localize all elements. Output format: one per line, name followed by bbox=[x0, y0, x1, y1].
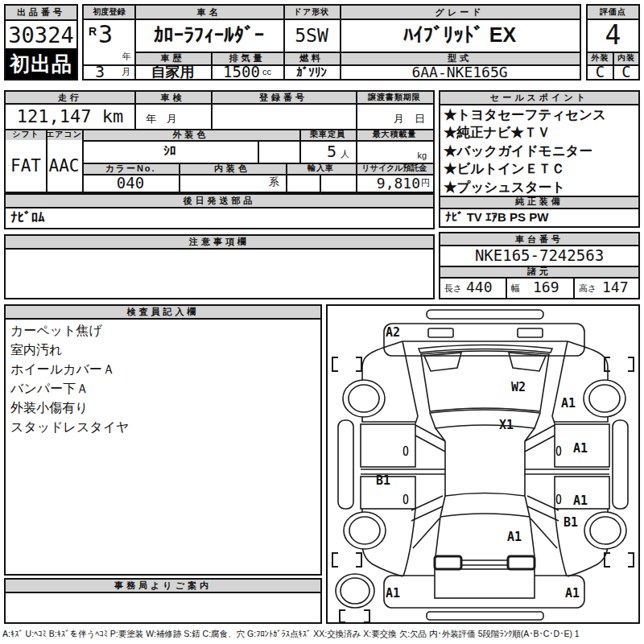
inspection-placeholder: 年 月 bbox=[146, 112, 177, 126]
max-load-cell: kg bbox=[356, 140, 433, 163]
transfer-placeholder: 月 日 bbox=[394, 112, 425, 126]
damage-diagram-box: A2 W2 A1 X1 A1 B1 A1 B1 A1 A1 A1 bbox=[326, 304, 640, 624]
ext-color-label: 外装色 bbox=[82, 129, 299, 140]
spec-length-label: 長さ bbox=[444, 283, 462, 295]
sales-points-box: セールスポイント ★トヨタセーフティセンス ★純正ナビ★ＴＶ ★バックガイドモニ… bbox=[439, 90, 640, 228]
color-no-label: カラーNo. bbox=[82, 163, 179, 174]
car-outline-diagram bbox=[328, 306, 638, 622]
damage-mark: A1 bbox=[507, 530, 522, 544]
inspector-note: 室内汚れ bbox=[10, 341, 319, 360]
recycle-unit: 円 bbox=[421, 177, 430, 189]
grade-value: ﾊｲﾌﾞﾘｯﾄﾞ EX bbox=[340, 19, 580, 52]
month-suffix: 月 bbox=[122, 66, 130, 78]
wheel-front-left bbox=[344, 512, 386, 549]
wheel-front-right bbox=[584, 512, 626, 549]
aircon-label: エアコン bbox=[46, 129, 82, 140]
auction-no-label: 出品番号 bbox=[6, 6, 76, 19]
damage-mark: X1 bbox=[499, 418, 514, 432]
displacement-value: 1500 bbox=[223, 64, 260, 79]
sales-point-item: ★ビルトインＥＴＣ bbox=[444, 159, 638, 177]
damage-mark: B1 bbox=[564, 515, 578, 530]
auction-no-value: 30324 bbox=[6, 21, 76, 48]
reg-no-value bbox=[211, 103, 356, 129]
factory-equipment-label: 純正装備 bbox=[440, 196, 638, 208]
damage-mark: A1 bbox=[573, 493, 588, 508]
damage-mark: B1 bbox=[376, 473, 390, 488]
fuel-label: 燃料 bbox=[283, 52, 340, 64]
ext-color-value: ｼﾛ bbox=[82, 140, 258, 163]
year-suffix: 年 bbox=[122, 51, 131, 63]
ship-later-value: ﾅﾋﾞﾛﾑ bbox=[6, 207, 433, 228]
ext-color-sub-cell bbox=[258, 140, 299, 163]
damage-mark: A1 bbox=[565, 586, 580, 601]
door-shape-value: 5SW bbox=[283, 19, 340, 52]
score-value: 4 bbox=[588, 19, 638, 52]
score-label: 評価点 bbox=[588, 6, 638, 19]
ship-later-box: 後日発送部品 ﾅﾋﾞﾛﾑ bbox=[4, 193, 435, 229]
auction-sheet: 出品番号 30324 初出品 初度登録 車名 ドア形状 グレード R 3 年 ｶ… bbox=[0, 0, 644, 644]
first-reg-era: R bbox=[89, 25, 97, 38]
damage-mark: A1 bbox=[573, 441, 588, 456]
sales-point-item: ★純正ナビ★ＴＶ bbox=[444, 123, 638, 141]
specs-label: 諸元 bbox=[440, 266, 638, 277]
model-code-label: 型式 bbox=[340, 52, 580, 64]
inspector-note: ホイールカバーＡ bbox=[10, 360, 319, 379]
spec-height-label: 高さ bbox=[579, 283, 597, 295]
spec-width-value: 169 bbox=[533, 279, 559, 295]
car-name-label: 車名 bbox=[134, 6, 283, 19]
office-notice-box: 事務局よりご案内 bbox=[4, 578, 322, 624]
inspector-note: バンパー下Ａ bbox=[10, 379, 319, 398]
first-reg-label: 初度登録 bbox=[84, 6, 134, 19]
model-code-value: 6AA-NKE165G bbox=[340, 64, 580, 79]
inspector-note: カーペット焦げ bbox=[10, 321, 319, 341]
sales-point-item: ★トヨタセーフティセンス bbox=[444, 105, 638, 123]
sales-point-item: ★バックガイドモニター bbox=[444, 142, 638, 159]
shift-label: シフト bbox=[6, 129, 46, 140]
cautions-value bbox=[6, 248, 433, 298]
spec-height-value: 147 bbox=[602, 279, 629, 295]
displacement-cell: 1500 cc bbox=[211, 64, 283, 79]
first-reg-year: 3 bbox=[98, 20, 113, 48]
recycle-cell: 9,810 円 bbox=[356, 174, 433, 192]
exterior-label: 外装 bbox=[588, 52, 613, 64]
sales-points-label: セールスポイント bbox=[440, 92, 638, 104]
fuel-value: ｶﾞｿﾘﾝ bbox=[283, 64, 340, 79]
int-color-suffix: 系 bbox=[269, 175, 279, 189]
inspector-notes-label: 検査員記入欄 bbox=[6, 306, 320, 318]
sales-point-item: ★プッシュスタート bbox=[444, 178, 638, 196]
registration-table: 走行 車検 登録番号 譲渡書類期限 121,147 km 年 月 月 日 シフト… bbox=[4, 90, 435, 193]
capacity-cell: 5 人 bbox=[299, 140, 356, 163]
office-notice-value bbox=[6, 592, 320, 622]
recycle-fee: 9,810 bbox=[377, 175, 420, 192]
inspector-notes-box: 検査員記入欄 カーペット焦げ 室内汚れ ホイールカバーＡ バンパー下Ａ 外装小傷… bbox=[4, 304, 322, 576]
aircon-value: AAC bbox=[46, 140, 82, 192]
chassis-label: 車台番号 bbox=[440, 233, 638, 245]
int-color-label: 内装色 bbox=[179, 163, 286, 174]
first-reg-year-cell: R 3 年 bbox=[84, 19, 134, 64]
first-reg-month: 3 bbox=[95, 64, 105, 79]
door-shape-label: ドア形状 bbox=[283, 6, 340, 19]
transfer-value: 月 日 bbox=[356, 103, 433, 129]
mileage-label: 走行 bbox=[6, 92, 134, 103]
spec-width-label: 幅 bbox=[511, 283, 520, 295]
spec-width-cell: 幅 169 bbox=[507, 277, 572, 298]
legend-text: A:ｷｽﾞ U:ﾍｺﾐ B:ｷｽﾞを伴うﾍｺﾐ P:要塗装 W:補修跡 S:錆 … bbox=[2, 629, 642, 642]
first-reg-month-cell: 3 月 bbox=[84, 64, 134, 79]
inspector-note: 外装小傷有り bbox=[10, 398, 319, 418]
damage-mark: W2 bbox=[511, 380, 526, 394]
wheel-rear-right bbox=[584, 380, 625, 417]
interior-label: 内装 bbox=[614, 52, 638, 64]
import-label: 輸入車 bbox=[286, 163, 356, 174]
damage-mark: A2 bbox=[386, 325, 400, 340]
chassis-box: 車台番号 NKE165-7242563 諸元 長さ 440 幅 169 高さ 1… bbox=[439, 232, 640, 299]
spec-length-cell: 長さ 440 bbox=[440, 277, 506, 298]
sales-points-list: ★トヨタセーフティセンス ★純正ナビ★ＴＶ ★バックガイドモニター ★ビルトイン… bbox=[444, 105, 638, 196]
damage-mark: A1 bbox=[386, 586, 400, 601]
grade-label: グレード bbox=[340, 6, 580, 19]
wheel-rear-left bbox=[343, 380, 385, 417]
int-color-cell: 系 bbox=[179, 174, 286, 192]
auction-no-box: 出品番号 30324 初出品 bbox=[4, 4, 78, 80]
score-box: 評価点 4 外装 内装 C C bbox=[586, 4, 640, 80]
recycle-label: リサイクル預託金 bbox=[356, 163, 433, 174]
first-listing-badge: 初出品 bbox=[6, 48, 76, 79]
